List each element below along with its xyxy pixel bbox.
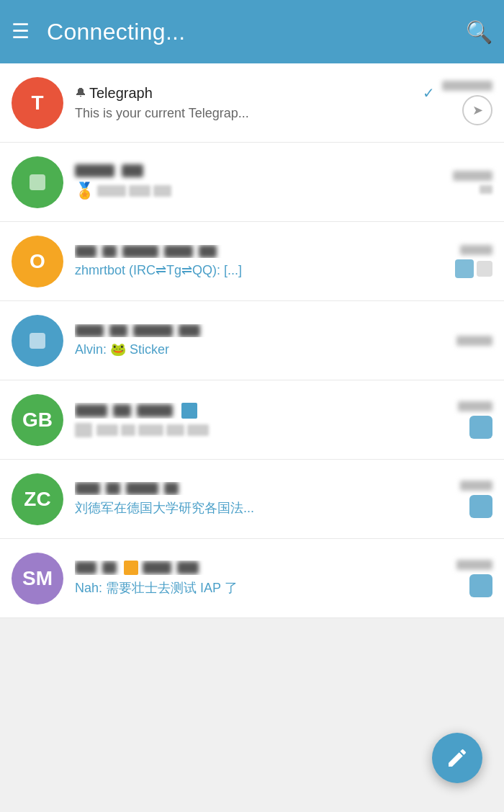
name-blur-3e (199, 245, 217, 258)
time-blurred-7 (456, 560, 492, 570)
avatar-7: SM (12, 553, 63, 604)
preview-row-5 (75, 423, 435, 437)
chat-name-icons: 🔔︎ (75, 86, 86, 99)
compose-icon (446, 746, 469, 769)
avatar-telegraph: T (12, 77, 63, 129)
header: ☰ Connecting... 🔍 (0, 0, 504, 63)
time-blurred-4 (456, 336, 492, 346)
header-title: Connecting... (47, 19, 466, 45)
status-blur (480, 185, 492, 194)
chat-list: T 🔔︎ Telegraph ✓ This is your current Te… (0, 63, 504, 618)
chat-meta-4 (435, 336, 492, 346)
chat-preview-6: 刘德军在德国大学研究各国法... (75, 499, 435, 517)
chat-item-3[interactable]: O zhmrtbot (IRC⇌Tg⇌QQ): [...] (0, 222, 504, 301)
name-blur-4d (179, 324, 200, 337)
chat-item-telegraph[interactable]: T 🔔︎ Telegraph ✓ This is your current Te… (0, 63, 504, 143)
preview-blur-5b (121, 424, 135, 436)
name-blur-7c (143, 561, 171, 574)
name-blur-3d (164, 245, 193, 258)
chat-content-2: 🏅 (75, 164, 435, 200)
chat-preview: This is your current Telegrap... (75, 106, 435, 121)
name-blur-5a (75, 404, 107, 417)
avatar-6: ZC (12, 473, 63, 525)
badge-icon-3a (455, 259, 474, 278)
blue-square-5 (181, 403, 197, 419)
preview-blur-5a (96, 424, 118, 436)
chat-content-7: Nah: 需要壮士去测试 IAP 了 (75, 561, 435, 597)
name-blur-7d (177, 561, 199, 574)
badge-icon-5 (469, 416, 492, 439)
name-blur-6a (75, 482, 100, 495)
name-blur-4c (133, 324, 173, 337)
name-blur-5b (113, 404, 131, 417)
muted-icon: 🔔︎ (75, 86, 86, 99)
chat-item-2[interactable]: 🏅 (0, 143, 504, 222)
chat-content-6: 刘德军在德国大学研究各国法... (75, 482, 435, 517)
compose-fab[interactable] (432, 733, 482, 783)
name-blur-5c (137, 404, 173, 417)
badge-icon-3b (477, 261, 492, 277)
chat-name: Telegraph (89, 85, 418, 102)
preview-row-2: 🏅 (75, 182, 435, 200)
name-blur-7a (75, 561, 96, 574)
name-blur-2 (122, 164, 143, 177)
menu-icon[interactable]: ☰ (12, 22, 30, 42)
chat-meta-2 (435, 171, 492, 194)
chat-preview-7: Nah: 需要壮士去测试 IAP 了 (75, 579, 435, 597)
time-blurred-6 (460, 481, 492, 491)
chat-item-7[interactable]: SM Nah: 需要壮士去测试 IAP 了 (0, 539, 504, 618)
time-blurred (442, 81, 492, 91)
name-blur-4b (109, 324, 127, 337)
name-blur-7b (102, 561, 117, 574)
name-blur-6b (106, 482, 120, 495)
chat-meta-3 (435, 245, 492, 278)
name-blur-3a (75, 245, 96, 258)
chat-meta-6 (435, 481, 492, 518)
avatar-5: GB (12, 394, 63, 446)
name-blur-6d (164, 482, 179, 495)
preview-blur-2 (129, 185, 150, 197)
preview-blur-5c (138, 424, 163, 436)
chat-item-4[interactable]: Alvin: 🐸 Sticker (0, 301, 504, 380)
chat-meta-telegraph: ➤ (435, 81, 492, 125)
badge-icon-7 (469, 574, 492, 597)
chat-item-6[interactable]: ZC 刘德军在德国大学研究各国法... (0, 460, 504, 539)
preview-blur-3 (153, 185, 171, 197)
name-blur-3b (102, 245, 117, 258)
search-icon[interactable]: 🔍 (466, 19, 492, 45)
verified-icon: ✓ (423, 84, 435, 102)
flag-icon-7 (124, 561, 138, 575)
badge-icon-6 (469, 495, 492, 518)
name-blur-3c (122, 245, 158, 258)
time-blurred-3 (460, 245, 492, 255)
chat-item-5[interactable]: GB (0, 380, 504, 460)
name-blur-4a (75, 324, 104, 337)
preview-blur-5e (187, 424, 209, 436)
preview-blur-5d (166, 424, 184, 436)
avatar-3: O (12, 236, 63, 287)
time-blurred-2 (453, 171, 492, 181)
chat-content-3: zhmrtbot (IRC⇌Tg⇌QQ): [...] (75, 245, 435, 278)
chat-preview-3: zhmrtbot (IRC⇌Tg⇌QQ): [...] (75, 262, 435, 278)
chat-meta-5 (435, 401, 492, 439)
name-blur-1 (75, 164, 114, 177)
chat-meta-7 (435, 560, 492, 597)
chat-content-4: Alvin: 🐸 Sticker (75, 324, 435, 357)
preview-blur-1 (97, 185, 126, 197)
chat-content-telegraph: 🔔︎ Telegraph ✓ This is your current Tele… (75, 84, 435, 121)
forward-button[interactable]: ➤ (462, 95, 492, 125)
avatar-4 (12, 315, 63, 367)
avatar-2 (12, 156, 63, 208)
time-blurred-5 (458, 401, 492, 411)
chat-content-5 (75, 403, 435, 437)
emoji-medal: 🏅 (75, 182, 94, 200)
chat-preview-4: Alvin: 🐸 Sticker (75, 342, 435, 357)
name-blur-6c (126, 482, 158, 495)
preview-blur-5-envelope (75, 423, 92, 437)
